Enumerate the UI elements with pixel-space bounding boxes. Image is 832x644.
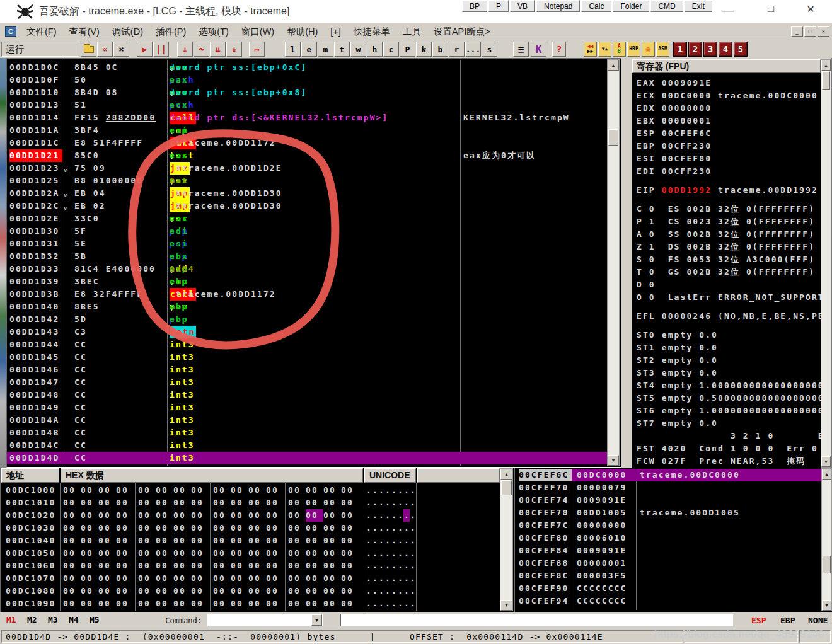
dump-row[interactable]: 00DC106000000000000000000000000000000000…: [1, 560, 500, 572]
stack-row[interactable]: 00CFEF90CCCCCCCC: [515, 582, 821, 595]
disasm-row[interactable]: 00DD1D46CCint3: [7, 364, 607, 376]
window-button-m[interactable]: m: [318, 42, 333, 57]
animate-over-button[interactable]: ↡: [226, 42, 242, 57]
window-button-dots[interactable]: ...: [465, 42, 481, 57]
scroll-down-icon[interactable]: ▼: [608, 455, 619, 466]
menu-item[interactable]: 查看(V): [63, 23, 106, 40]
disasm-row[interactable]: 00DD1D47CCint3: [7, 376, 607, 389]
disasm-row[interactable]: 00DD1D48CCint3: [7, 389, 607, 401]
run-button[interactable]: ▶: [137, 42, 153, 57]
dump-row[interactable]: 00DC102000000000000000000000000000000000…: [1, 509, 500, 522]
rewind-button[interactable]: «: [97, 42, 113, 57]
stack-row[interactable]: 00CFEF740009091E: [515, 494, 821, 507]
disasm-row[interactable]: 00DD1D315Epop esi: [7, 238, 607, 250]
quickbar-button-folder[interactable]: Folder: [613, 0, 649, 12]
disasm-scrollbar[interactable]: ▲ ▼: [607, 59, 620, 466]
quickbar-button-exit[interactable]: Exit: [685, 0, 712, 12]
mdi-child-icon[interactable]: C: [5, 26, 16, 37]
dump-scrollbar[interactable]: ▲ ▼: [500, 468, 513, 611]
window-button-l[interactable]: l: [285, 42, 301, 57]
stack-scrollbar[interactable]: ▲ ▼: [821, 468, 832, 611]
desktop-1-button[interactable]: 1: [673, 42, 687, 57]
quickbar-button-notepad[interactable]: Notepad: [536, 0, 580, 12]
dump-row[interactable]: 00DC107000000000000000000000000000000000…: [1, 572, 500, 585]
dump-row[interactable]: 00DC109000000000000000000000000000000000…: [1, 597, 500, 610]
disasm-row[interactable]: 00DD1D325Bpop ebx: [7, 250, 607, 263]
menu-item[interactable]: 帮助(H): [280, 23, 324, 40]
animate-into-button[interactable]: ⇊: [210, 42, 226, 57]
stack-row[interactable]: 00CFEF94CCCCCCCC: [515, 595, 821, 607]
memory-tab-m5[interactable]: M5: [90, 615, 100, 624]
desktop-2-button[interactable]: 2: [688, 42, 702, 57]
menu-item[interactable]: 文件(F): [20, 23, 63, 40]
disasm-row[interactable]: 00DD1D3BE8 32F4FFFFcall traceme.00DD1172: [7, 288, 607, 301]
memory-tab-m2[interactable]: M2: [27, 615, 37, 624]
open-file-button[interactable]: [81, 42, 96, 57]
stack-row[interactable]: 00CFEF6C00DC0000traceme.00DC0000: [515, 469, 821, 481]
dump-row[interactable]: 00DC104000000000000000000000000000000000…: [1, 534, 500, 547]
command-input[interactable]: [208, 615, 310, 625]
disasm-row[interactable]: 00DD1D2AvEB 04jmp Xtraceme.00DD1D30: [7, 187, 607, 200]
help-icon[interactable]: ?: [552, 42, 566, 57]
desktop-5-button[interactable]: 5: [734, 42, 748, 57]
menu-item[interactable]: 插件(P): [149, 23, 192, 40]
disasm-row[interactable]: 00DD1D4BCCint3: [7, 427, 607, 439]
disasm-row[interactable]: 00DD1D14FF15 2882DD00call dword ptr ds:[…: [7, 112, 607, 124]
scroll-up-icon[interactable]: ▲: [608, 60, 619, 71]
jump-updown-button[interactable]: ▼▲: [598, 42, 611, 57]
window-button-h[interactable]: h: [367, 42, 383, 57]
stack-row[interactable]: 00CFEF840009091E: [515, 544, 821, 557]
window-button-r[interactable]: r: [449, 42, 465, 57]
scroll-up-icon[interactable]: ▲: [822, 469, 831, 480]
memory-tab-m1[interactable]: M1: [6, 615, 16, 624]
desktop-3-button[interactable]: 3: [703, 42, 717, 57]
disasm-row[interactable]: 00DD1D44CCint3: [7, 338, 607, 351]
disasm-row[interactable]: 00DD1D2CvEB 02jmp Xtraceme.00DD1D30: [7, 200, 607, 212]
disasm-row[interactable]: 00DD1D2E33C0xor eax,eax: [7, 212, 607, 225]
maximize-button[interactable]: □: [768, 3, 774, 15]
disasm-row[interactable]: 00DD1D4ACCint3: [7, 414, 607, 427]
close-process-button[interactable]: ×: [113, 42, 129, 57]
command-combobox[interactable]: ▼: [207, 614, 323, 626]
window-button-s[interactable]: s: [482, 42, 497, 57]
menu-item[interactable]: 快捷菜单: [347, 23, 396, 40]
stack-row[interactable]: 00CFEF8080006010: [515, 532, 821, 544]
target-breakpoint-button[interactable]: ◉: [642, 42, 655, 57]
close-button[interactable]: ×: [807, 1, 814, 16]
quickbar-button-bp[interactable]: BP: [462, 0, 487, 12]
disasm-row[interactable]: 00DD1D2185C0test eax,eaxeax应为0才可以: [7, 149, 607, 162]
asm-button[interactable]: ASM: [656, 42, 669, 57]
scroll-up-icon[interactable]: ▲: [500, 469, 512, 480]
window-button-b[interactable]: b: [432, 42, 448, 57]
menu-item[interactable]: 设置API断点>: [427, 23, 497, 40]
window-button-c[interactable]: c: [383, 42, 399, 57]
scroll-up-icon[interactable]: ▲: [821, 60, 831, 71]
quickbar-button-calc[interactable]: Calc: [581, 0, 611, 12]
stack-row[interactable]: 00CFEF8C000003F5: [515, 570, 821, 582]
mdi-minimize-button[interactable]: _: [791, 26, 803, 37]
stack-row[interactable]: 00CFEF7800DD1005traceme.00DD1005: [515, 507, 821, 519]
menu-item[interactable]: [+]: [324, 23, 347, 40]
dump-row[interactable]: 00DC103000000000000000000000000000000000…: [1, 522, 500, 534]
window-button-k[interactable]: k: [416, 42, 432, 57]
mdi-close-button[interactable]: ×: [818, 26, 829, 37]
window-button-P[interactable]: P: [400, 42, 415, 57]
quickbar-button-p[interactable]: P: [488, 0, 509, 12]
hbp-button[interactable]: HBP: [627, 42, 640, 57]
scroll-thumb[interactable]: [501, 480, 512, 495]
stack-row[interactable]: 00CFEF7C00000000: [515, 519, 821, 532]
memory-tab-m3[interactable]: M3: [48, 615, 58, 624]
disasm-row[interactable]: 00DD1D0C8B45 0Cmov eax,dword ptr ss:[ebp…: [7, 61, 607, 74]
dump-address-header[interactable]: 地址: [1, 468, 59, 483]
registers-scrollbar[interactable]: ▲ ▼: [821, 59, 831, 468]
disasm-row[interactable]: 00DD1D393BECcmp ebp,esp: [7, 275, 607, 288]
execute-till-return-button[interactable]: ↦: [249, 42, 265, 57]
window-button-t[interactable]: t: [334, 42, 350, 57]
scroll-thumb[interactable]: [822, 71, 830, 90]
scroll-thumb[interactable]: [823, 556, 831, 573]
disasm-row[interactable]: 00DD1D425Dpop ebp: [7, 313, 607, 326]
disasm-row[interactable]: 00DD1D49CCint3: [7, 401, 607, 414]
menu-item[interactable]: 工具: [396, 23, 427, 40]
trace-back-forward-button[interactable]: ◀◀▶▶: [584, 42, 597, 57]
scroll-down-icon[interactable]: ▼: [500, 600, 512, 611]
